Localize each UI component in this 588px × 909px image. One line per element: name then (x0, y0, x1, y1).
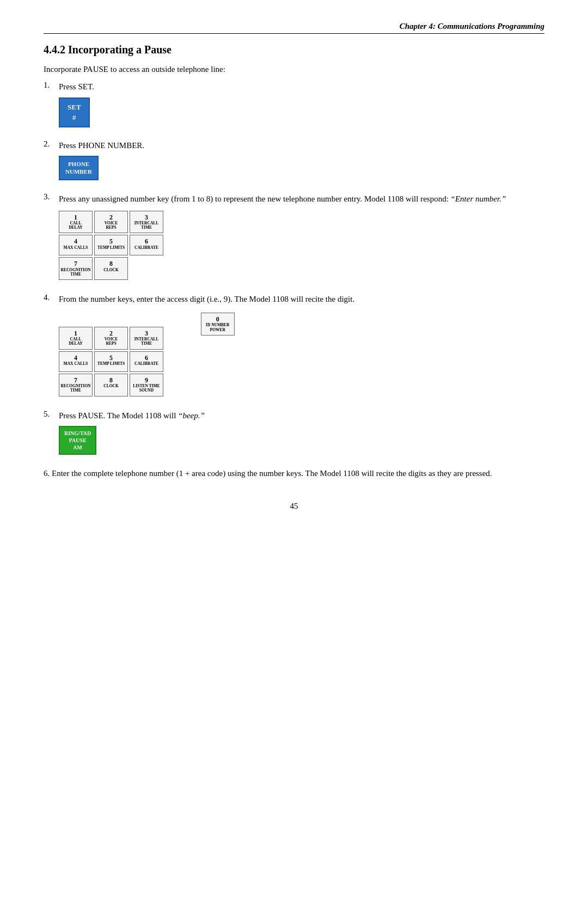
step-2-number: 2. (44, 139, 59, 149)
ring-tad-button[interactable]: RING/TAD PAUSE AM (59, 426, 96, 455)
chapter-header: Chapter 4: Communications Programming (44, 22, 544, 34)
key-3[interactable]: 3 INTERCALLTIME (130, 211, 163, 234)
key-1[interactable]: 1 CALLDELAY (59, 211, 93, 234)
keypad-3: 1 CALLDELAY 2 VOICEREPS 3 INTERCALLTIME … (59, 211, 544, 280)
key4-5[interactable]: 5 TEMP LIMITS (94, 351, 128, 372)
step-5-text: Press PAUSE. The Model 1108 will “beep.”… (59, 410, 544, 460)
key4-3[interactable]: 3 INTERCALLTIME (130, 327, 163, 350)
ring-button-line3: AM (64, 444, 91, 451)
step-3-number: 3. (44, 192, 59, 202)
step-4-text: From the number keys, enter the access d… (59, 293, 544, 401)
set-button[interactable]: SET # (59, 97, 90, 127)
key4-4[interactable]: 4 MAX CALLS (59, 351, 93, 372)
key4-6[interactable]: 6 CALIBRATE (130, 351, 163, 372)
keypad-4: 1 CALLDELAY 2 VOICEREPS 3 INTERCALLTIME … (59, 311, 544, 396)
key4-9[interactable]: 9 LISTEN TIMESOUND (130, 374, 163, 396)
step-3-text: Press any unassigned number key (from 1 … (59, 192, 544, 286)
step-3: 3. Press any unassigned number key (from… (44, 192, 544, 286)
key4-2[interactable]: 2 VOICEREPS (94, 327, 128, 350)
key4-7[interactable]: 7 RECOGNITIONTIME (59, 374, 93, 396)
phone-button-line2: NUMBER (65, 168, 92, 175)
step-5: 5. Press PAUSE. The Model 1108 will “bee… (44, 410, 544, 460)
set-button-line1: SET (68, 102, 81, 113)
intro-text: Incorporate PAUSE to access an outside t… (44, 65, 544, 74)
page-number: 45 (44, 502, 544, 511)
key4-0[interactable]: 0 ID NUMBERPOWER (201, 313, 235, 335)
keypad-grid-4: 1 CALLDELAY 2 VOICEREPS 3 INTERCALLTIME … (59, 327, 163, 396)
key-2[interactable]: 2 VOICEREPS (94, 211, 128, 234)
phone-button-line1: PHONE (65, 160, 92, 168)
step-1-text: Press SET. SET # (59, 81, 544, 132)
step-4-number: 4. (44, 293, 59, 302)
key-7[interactable]: 7 RECOGNITIONTIME (59, 257, 93, 280)
phone-number-button[interactable]: PHONE NUMBER (59, 156, 99, 180)
ring-button-line2: PAUSE (64, 437, 91, 444)
ring-button-line1: RING/TAD (64, 430, 91, 437)
key4-8[interactable]: 8 CLOCK (94, 374, 128, 396)
step-2: 2. Press PHONE NUMBER. PHONE NUMBER (44, 139, 544, 185)
key-8[interactable]: 8 CLOCK (94, 257, 128, 280)
step-2-text: Press PHONE NUMBER. PHONE NUMBER (59, 139, 544, 185)
step-5-number: 5. (44, 410, 59, 419)
step-6-paragraph: 6. Enter the complete telephone number (… (44, 467, 544, 480)
key-5[interactable]: 5 TEMP LIMITS (94, 235, 128, 255)
key-6[interactable]: 6 CALIBRATE (130, 235, 163, 255)
step-1-number: 1. (44, 81, 59, 90)
keypad-grid-3: 1 CALLDELAY 2 VOICEREPS 3 INTERCALLTIME … (59, 211, 163, 280)
step-1: 1. Press SET. SET # (44, 81, 544, 132)
section-title: 4.4.2 Incorporating a Pause (44, 44, 544, 56)
key-4[interactable]: 4 MAX CALLS (59, 235, 93, 255)
set-button-line2: # (68, 112, 81, 123)
key4-1[interactable]: 1 CALLDELAY (59, 327, 93, 350)
step-4: 4. From the number keys, enter the acces… (44, 293, 544, 401)
